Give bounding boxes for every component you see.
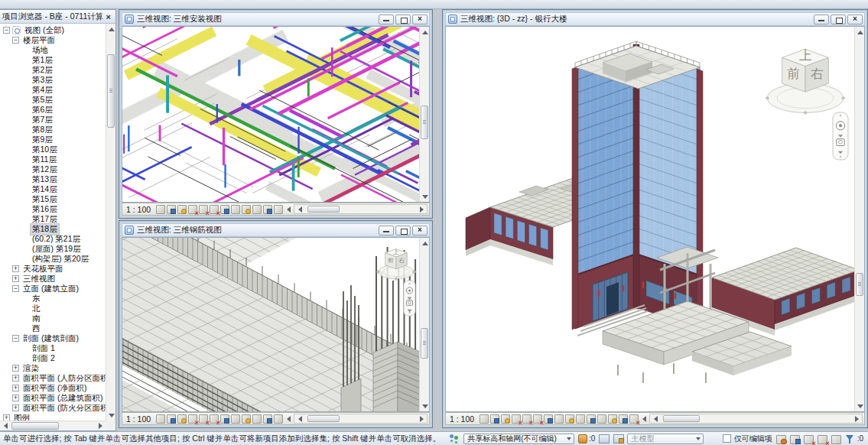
tree-item[interactable]: −视图 (全部) — [0, 25, 106, 35]
close-icon[interactable] — [412, 226, 427, 235]
tree-item[interactable]: 北 — [0, 304, 106, 313]
expand-icon[interactable]: + — [12, 385, 19, 391]
tree-item[interactable]: 第2层 — [0, 65, 106, 75]
highlight-displacement-icon[interactable] — [273, 414, 283, 424]
tree-item[interactable]: +图例 — [0, 413, 106, 421]
highlight-displacement-icon[interactable] — [273, 204, 283, 214]
save-orientation-icon[interactable] — [543, 414, 553, 424]
mep-3d-canvas[interactable] — [122, 27, 419, 202]
reveal-hidden-elements-icon[interactable] — [241, 204, 251, 214]
selection-box-icon[interactable] — [629, 414, 639, 424]
collapse-icon[interactable] — [284, 204, 291, 214]
tree-item[interactable]: (60.2) 第21层 — [0, 234, 106, 244]
scrollbar-thumb[interactable] — [307, 206, 340, 213]
temporary-hide-isolate-icon[interactable] — [554, 414, 564, 424]
tree-item[interactable]: 第9层 — [0, 135, 106, 145]
scroll-down-icon[interactable] — [420, 401, 430, 411]
building-vertical-scrollbar[interactable] — [854, 27, 864, 411]
tree-item[interactable]: 场地 — [0, 45, 106, 55]
rebar-horizontal-scrollbar[interactable] — [294, 414, 427, 424]
scroll-left-icon[interactable] — [294, 204, 304, 214]
rebar-vertical-scrollbar[interactable] — [419, 238, 429, 411]
press-drag-icon[interactable] — [831, 434, 842, 444]
tree-item[interactable]: +天花板平面 — [0, 264, 106, 274]
scrollbar-thumb[interactable] — [307, 415, 340, 422]
detail-level-icon[interactable] — [155, 204, 165, 214]
collapse-icon[interactable]: − — [12, 285, 19, 292]
tree-item[interactable]: 东 — [0, 294, 106, 304]
exclude-options-icon[interactable] — [803, 434, 814, 444]
tree-item[interactable]: 第3层 — [0, 75, 106, 85]
scroll-right-icon[interactable] — [417, 204, 427, 214]
expand-icon[interactable]: + — [3, 414, 10, 421]
scroll-left-icon[interactable] — [294, 414, 304, 424]
minimize-icon[interactable] — [814, 15, 829, 24]
tree-item[interactable]: 第17层 — [0, 214, 106, 224]
tree-item[interactable]: 西 — [0, 323, 106, 333]
mep-vertical-scrollbar[interactable] — [419, 27, 429, 202]
tree-item[interactable]: −楼层平面 — [0, 35, 106, 45]
tree-item[interactable]: +面积平面 (总建筑面积) — [0, 393, 106, 403]
project-browser-titlebar[interactable]: 项目浏览器 - B座 - 0711计算 — [0, 10, 115, 24]
view-scale[interactable]: 1 : 100 — [124, 205, 154, 214]
building-window-titlebar[interactable]: 三维视图: {3D - zz} - 银行大楼 — [445, 12, 865, 26]
tree-item[interactable]: 第7层 — [0, 115, 106, 125]
collapse-icon[interactable]: − — [12, 335, 19, 342]
worksharing-display-icon[interactable] — [262, 414, 272, 424]
rebar-window-titlebar[interactable]: 三维视图: 三维钢筋视图 — [122, 223, 430, 237]
tree-item[interactable]: 第5层 — [0, 95, 106, 105]
editing-requests-dialog-icon[interactable] — [613, 434, 624, 443]
tree-item[interactable]: 第13层 — [0, 174, 106, 184]
tree-item[interactable]: 剖面 2 — [0, 353, 106, 363]
collapse-icon[interactable] — [639, 414, 646, 424]
temporary-hide-isolate-icon[interactable] — [230, 414, 240, 424]
design-options-status-icon[interactable] — [789, 434, 801, 444]
tree-item[interactable]: 第1层 — [0, 55, 106, 65]
tree-item[interactable]: +三维视图 — [0, 274, 106, 284]
rebar-3d-canvas[interactable]: 上前右 — [122, 238, 419, 411]
scrollbar-thumb[interactable] — [421, 328, 428, 359]
tree-item[interactable]: 第11层 — [0, 154, 106, 164]
expand-icon[interactable]: + — [12, 375, 19, 382]
mep-window-titlebar[interactable]: 三维视图: 三维安装视图 — [122, 12, 430, 26]
tree-item[interactable]: 第16层 — [0, 204, 106, 214]
project-browser-horizontal-scrollbar[interactable] — [0, 421, 106, 430]
scrollbar-thumb[interactable] — [421, 106, 428, 139]
minimize-icon[interactable] — [379, 15, 394, 24]
collapse-icon[interactable]: − — [3, 27, 10, 34]
tree-item[interactable]: 南 — [0, 313, 106, 323]
collapse-icon[interactable]: − — [12, 37, 19, 44]
scroll-down-icon[interactable] — [106, 411, 115, 421]
close-icon[interactable] — [412, 15, 427, 24]
tree-item[interactable]: 第14层 — [0, 184, 106, 194]
sun-path-icon[interactable] — [500, 414, 510, 424]
tree-item[interactable]: +面积平面 (净面积) — [0, 383, 106, 393]
building-horizontal-scrollbar[interactable] — [649, 414, 863, 424]
temporary-hide-isolate-icon[interactable] — [230, 204, 240, 214]
active-workset-dropdown[interactable]: 共享标高和轴网(不可编辑) — [463, 434, 574, 444]
reveal-hidden-elements-icon[interactable] — [564, 414, 574, 424]
expand-icon[interactable]: + — [12, 395, 19, 401]
save-orientation-icon[interactable] — [219, 414, 229, 424]
scroll-up-icon[interactable] — [420, 238, 430, 248]
editable-only-checkbox[interactable] — [723, 434, 731, 443]
design-options-dropdown[interactable]: 主模型 — [627, 434, 703, 444]
worksharing-display-icon[interactable] — [262, 204, 272, 214]
close-icon[interactable] — [847, 15, 863, 24]
show-crop-region-icon[interactable] — [532, 414, 542, 424]
restore-icon[interactable] — [395, 226, 411, 235]
worksets-status-icon[interactable] — [775, 434, 787, 444]
minimize-icon[interactable] — [379, 226, 394, 235]
restore-icon[interactable] — [831, 15, 846, 24]
highlight-displacement-icon[interactable] — [597, 414, 606, 424]
scrollbar-thumb[interactable] — [107, 54, 115, 128]
tree-item[interactable]: +面积平面 (防火分区面积) — [0, 403, 106, 413]
tree-item[interactable]: +面积平面 (人防分区面积) — [0, 373, 106, 383]
editing-requests-icon[interactable] — [577, 434, 587, 443]
detail-level-icon[interactable] — [479, 414, 489, 424]
tree-item[interactable]: 第12层 — [0, 164, 106, 174]
expand-icon[interactable]: + — [12, 365, 19, 372]
view-scale[interactable]: 1 : 100 — [124, 414, 154, 424]
tree-item[interactable]: 第8层 — [0, 125, 106, 135]
scrollbar-thumb[interactable] — [663, 415, 700, 422]
